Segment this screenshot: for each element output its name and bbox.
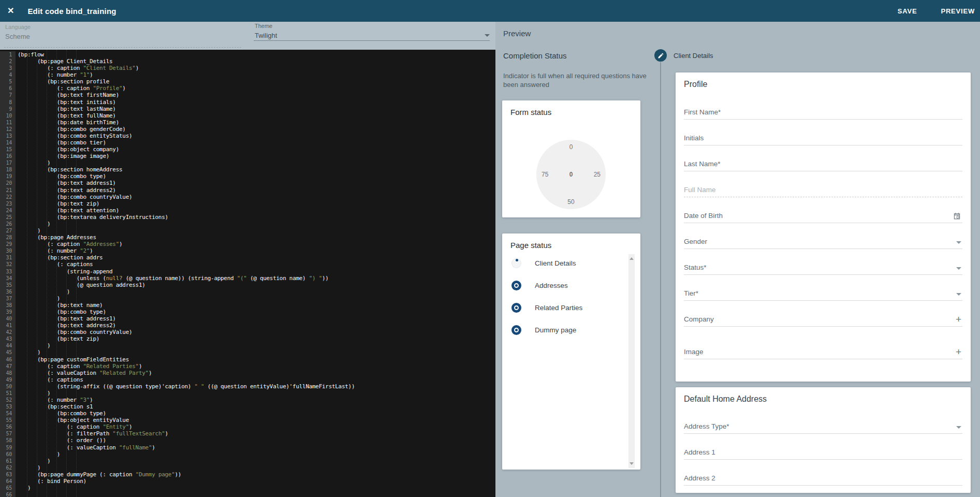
code-line[interactable]: (bp:combo genderCode) (18, 126, 495, 133)
code-line[interactable]: (bp:combo type) (18, 173, 495, 180)
form-field-last-name[interactable]: Last Name* (684, 154, 962, 171)
code-line[interactable]: (bp:section s1 (18, 403, 495, 410)
code-line[interactable]: (bp:text attention) (18, 207, 495, 214)
code-line[interactable]: (bp:page dummyPage (: caption "Dummy pag… (18, 471, 495, 478)
code-line[interactable]: (: caption "Related Parties") (18, 363, 495, 370)
radio-complete-icon[interactable] (511, 281, 521, 290)
page-status-item[interactable]: Addresses (502, 274, 628, 297)
code-line[interactable]: (bp:text zip) (18, 200, 495, 207)
code-line[interactable]: (bp:text name) (18, 302, 495, 309)
code-line[interactable]: (: captions (18, 376, 495, 383)
form-field-first-name[interactable]: First Name* (684, 103, 962, 120)
radio-partial-icon[interactable] (511, 258, 521, 268)
close-icon[interactable]: ✕ (7, 7, 14, 15)
editor-code[interactable]: (bp:flow (bp:page Client_Details (: capt… (18, 51, 495, 497)
code-line[interactable]: ) (18, 221, 495, 227)
code-line[interactable]: (bp:text initials) (18, 99, 495, 106)
code-line[interactable] (18, 491, 495, 497)
code-line[interactable]: (: caption "Entity") (18, 423, 495, 430)
page-status-item[interactable]: Dummy page (502, 319, 628, 341)
theme-field[interactable]: Theme Twilight (255, 23, 277, 39)
code-line[interactable]: (bp:text address2) (18, 187, 495, 194)
chevron-down-icon[interactable] (485, 34, 490, 37)
form-field-date-of-birth[interactable]: Date of Birth (684, 206, 962, 223)
form-field-address-1[interactable]: Address 1 (684, 443, 962, 460)
form-field-tier[interactable]: Tier* (684, 284, 962, 301)
code-line[interactable]: (bp:combo countryValue) (18, 329, 495, 335)
code-line[interactable]: (bp:text firstName) (18, 92, 495, 98)
code-line[interactable]: (: valueCaption "Related Party") (18, 370, 495, 376)
code-line[interactable]: ) (18, 342, 495, 349)
theme-value[interactable]: Twilight (255, 32, 277, 39)
add-icon[interactable]: + (956, 314, 961, 324)
preview-button[interactable]: PREVIEW (941, 7, 975, 15)
scrollbar[interactable] (628, 254, 635, 468)
code-line[interactable]: (: caption "Profile") (18, 85, 495, 92)
code-line[interactable]: (: order ()) (18, 437, 495, 444)
form-field-image[interactable]: Image+ (684, 342, 962, 359)
code-line[interactable]: (bp:flow (18, 51, 495, 58)
code-line[interactable]: ) (18, 451, 495, 458)
code-line[interactable]: (bp:combo countryValue) (18, 194, 495, 200)
code-line[interactable]: (unless (null? (@ question name)) (strin… (18, 275, 495, 282)
code-line[interactable]: ) (18, 227, 495, 234)
radio-complete-icon[interactable] (511, 325, 521, 335)
form-field-gender[interactable]: Gender (684, 232, 962, 249)
code-line[interactable]: (bp:section addrs (18, 254, 495, 261)
add-icon[interactable]: + (956, 347, 961, 357)
code-line[interactable]: (bp:combo type) (18, 410, 495, 417)
code-line[interactable]: (@ question address1) (18, 282, 495, 288)
code-line[interactable]: (bp:text address2) (18, 322, 495, 329)
save-button[interactable]: SAVE (898, 7, 917, 15)
code-line[interactable]: (: captions (18, 261, 495, 268)
code-line[interactable]: (bp:text zip) (18, 335, 495, 342)
code-line[interactable]: (bp:combo type) (18, 309, 495, 315)
code-editor[interactable]: 1234567891011121314151617181920212223242… (0, 50, 495, 497)
code-line[interactable]: (: bind Person) (18, 478, 495, 485)
code-line[interactable]: (bp:combo tier) (18, 139, 495, 146)
code-line[interactable]: ) (18, 390, 495, 397)
code-line[interactable]: (: caption "Client Details") (18, 65, 495, 71)
scroll-up-icon[interactable] (630, 257, 634, 260)
code-line[interactable]: (bp:section profile (18, 78, 495, 85)
dropdown-caret-icon[interactable] (956, 426, 961, 429)
form-field-status[interactable]: Status* (684, 258, 962, 275)
code-line[interactable]: (bp:text fullName) (18, 112, 495, 119)
code-line[interactable]: (: number "1") (18, 71, 495, 78)
dropdown-caret-icon[interactable] (956, 293, 961, 296)
code-line[interactable]: ) (18, 458, 495, 464)
code-line[interactable]: (bp:text address1) (18, 180, 495, 186)
code-line[interactable]: (bp:page Client_Details (18, 58, 495, 65)
radio-complete-icon[interactable] (511, 303, 521, 313)
code-line[interactable]: (bp:textarea deliveryInstructions) (18, 214, 495, 221)
code-line[interactable]: ) (18, 288, 495, 295)
form-field-initials[interactable]: Initials (684, 128, 962, 145)
code-line[interactable]: (bp:section homeAddress (18, 166, 495, 173)
code-line[interactable]: ) (18, 159, 495, 166)
code-line[interactable]: (string-affix ((@ question type)'caption… (18, 383, 495, 390)
code-line[interactable]: ) (18, 295, 495, 302)
code-line[interactable]: (bp:image image) (18, 153, 495, 159)
code-line[interactable]: ) (18, 349, 495, 356)
code-line[interactable]: (string-append (18, 268, 495, 275)
dropdown-caret-icon[interactable] (956, 241, 961, 244)
dropdown-caret-icon[interactable] (956, 267, 961, 270)
code-line[interactable]: (bp:page Addresses (18, 234, 495, 241)
code-line[interactable]: (: valueCaption "fullName") (18, 444, 495, 451)
code-line[interactable]: (bp:page customFieldEntities (18, 356, 495, 363)
scroll-down-icon[interactable] (630, 462, 634, 465)
form-field-address-type[interactable]: Address Type* (684, 417, 962, 434)
page-status-item[interactable]: Related Parties (502, 297, 628, 319)
code-line[interactable]: (bp:combo entityStatus) (18, 133, 495, 139)
code-line[interactable]: (: number "3") (18, 397, 495, 403)
code-line[interactable]: (bp:object entityValue (18, 417, 495, 423)
code-line[interactable]: ) (18, 485, 495, 491)
code-line[interactable]: (bp:date birthTime) (18, 119, 495, 126)
code-line[interactable]: (bp:text address1) (18, 315, 495, 322)
code-line[interactable]: (: filterPath "fullTextSearch") (18, 430, 495, 437)
calendar-icon[interactable] (953, 212, 961, 221)
code-line[interactable]: (: number "2") (18, 247, 495, 254)
code-line[interactable]: ) (18, 464, 495, 471)
form-field-address-2[interactable]: Address 2 (684, 469, 962, 486)
code-line[interactable]: (: caption "Addresses") (18, 241, 495, 247)
